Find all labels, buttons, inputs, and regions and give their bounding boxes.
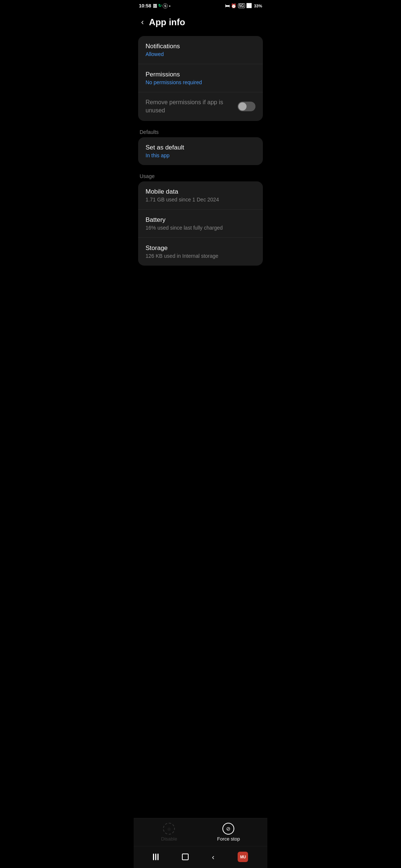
battery-label: Battery <box>146 216 255 224</box>
sleep-icon: 🛏 <box>225 3 229 9</box>
remove-permissions-label: Remove permissions if app is unused <box>146 98 238 115</box>
remove-permissions-toggle[interactable] <box>238 102 255 111</box>
time-display: 10:58 <box>139 3 151 9</box>
gallery-icon: 🖼 <box>153 4 157 8</box>
page-title: App info <box>149 17 185 27</box>
set-as-default-label: Set as default <box>146 144 255 151</box>
storage-sub: 126 KB used in Internal storage <box>146 253 255 259</box>
storage-item[interactable]: Storage 126 KB used in Internal storage <box>138 238 263 266</box>
usage-section-label: Usage <box>134 168 267 181</box>
status-bar: 10:58 🖼 ↻ S • 🛏 ⏰ 5G ▉▋ 33% <box>134 0 267 10</box>
mobile-data-item[interactable]: Mobile data 1.71 GB used since 1 Dec 202… <box>138 181 263 210</box>
notifications-permissions-card: Notifications Allowed Permissions No per… <box>138 36 263 121</box>
usage-card: Mobile data 1.71 GB used since 1 Dec 202… <box>138 181 263 266</box>
mobile-data-label: Mobile data <box>146 188 255 195</box>
status-indicators: 🛏 ⏰ 5G ▉▋ 33% <box>225 3 262 9</box>
remove-permissions-row[interactable]: Remove permissions if app is unused <box>138 92 263 121</box>
status-time: 10:58 🖼 ↻ S • <box>139 3 170 9</box>
battery-sub: 16% used since last fully charged <box>146 225 255 231</box>
notifications-status: Allowed <box>146 51 255 57</box>
battery-item[interactable]: Battery 16% used since last fully charge… <box>138 210 263 238</box>
permissions-label: Permissions <box>146 71 255 78</box>
notification-icons: 🖼 ↻ S • <box>153 3 170 9</box>
signal-icon: ▉▋ <box>247 3 252 8</box>
notifications-label: Notifications <box>146 43 255 50</box>
back-button[interactable]: ‹ <box>140 16 145 29</box>
content-area: Notifications Allowed Permissions No per… <box>134 36 267 320</box>
storage-label: Storage <box>146 244 255 252</box>
set-as-default-sub: In this app <box>146 152 255 158</box>
mobile-data-sub: 1.71 GB used since 1 Dec 2024 <box>146 197 255 203</box>
permissions-item[interactable]: Permissions No permissions required <box>138 64 263 92</box>
sync-icon: ↻ <box>158 3 162 8</box>
defaults-section-label: Defaults <box>134 124 267 137</box>
dot-icon: • <box>169 4 170 8</box>
page-header: ‹ App info <box>134 10 267 36</box>
set-as-default-item[interactable]: Set as default In this app <box>138 137 263 165</box>
toggle-thumb <box>238 102 247 111</box>
permissions-status: No permissions required <box>146 79 255 85</box>
notifications-item[interactable]: Notifications Allowed <box>138 36 263 64</box>
battery-label: 33% <box>254 4 262 8</box>
s-icon: S <box>163 3 168 9</box>
network-label: 5G <box>238 3 245 8</box>
alarm-icon: ⏰ <box>231 3 237 9</box>
defaults-card: Set as default In this app <box>138 137 263 165</box>
